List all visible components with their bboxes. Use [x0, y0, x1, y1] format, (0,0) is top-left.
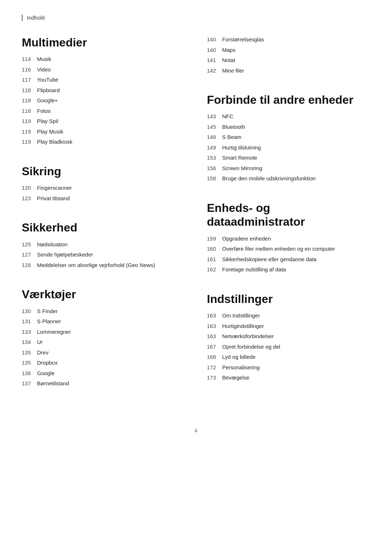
- toc-label: Meddelelser om alvorlige vejrforhold (Ge…: [37, 261, 185, 270]
- list-item: 153 Smart Remote: [207, 154, 370, 162]
- toc-label: Fingerscanner: [37, 184, 185, 192]
- list-item: 119 Play Spil: [22, 117, 185, 126]
- toc-number: 153: [207, 154, 222, 162]
- list-item: 159 Opgradere enheden: [207, 235, 370, 243]
- list-item: 142 Mine filer: [207, 67, 370, 75]
- list-item: 135 Drev: [22, 349, 185, 357]
- toc-number: 148: [207, 133, 222, 141]
- page-header: Indhold: [22, 15, 370, 21]
- toc-label: Privat tilstand: [37, 194, 185, 203]
- toc-label: Ur: [37, 338, 185, 346]
- list-item: 125 Nødsituation: [22, 241, 185, 249]
- toc-label: Hurtig tilslutning: [222, 144, 370, 152]
- toc-label: Dropbox: [37, 359, 185, 367]
- toc-number: 142: [207, 67, 222, 75]
- toc-label: Screen Mirroring: [222, 164, 370, 173]
- list-item: 133 Lommeregner: [22, 328, 185, 336]
- toc-number: 119: [22, 138, 37, 146]
- list-item: 162 Foretage nulstilling af data: [207, 266, 370, 274]
- toc-number: 114: [22, 55, 37, 63]
- list-item: 149 Hurtig tilslutning: [207, 144, 370, 152]
- toc-number: 173: [207, 374, 222, 382]
- toc-label: Opret forbindelse og del: [222, 343, 370, 351]
- toc-number: 159: [207, 235, 222, 243]
- toc-label: Fotos: [37, 107, 185, 115]
- list-item: 117 YouTube: [22, 76, 185, 84]
- list-item: 136 Google: [22, 369, 185, 378]
- list-item: 140 Maps: [207, 46, 370, 54]
- list-item: 163 Netværksforbindelser: [207, 332, 370, 341]
- toc-list-indstillinger: 163 Om Indstillinger 163 Hurtigindstilli…: [207, 312, 370, 382]
- toc-number: 136: [22, 369, 37, 378]
- toc-label: Flipboard: [37, 86, 185, 95]
- toc-number: 158: [207, 175, 222, 183]
- list-item: 140 Forstørrelsesglas: [207, 36, 370, 44]
- toc-label: Lommeregner: [37, 328, 185, 336]
- toc-label: Bevægelse: [222, 374, 370, 382]
- list-item: 120 Fingerscanner: [22, 184, 185, 192]
- toc-label: Personalisering: [222, 364, 370, 372]
- list-item: 161 Sikkerhedskopiere eller gendanne dat…: [207, 255, 370, 264]
- toc-label: S Beam: [222, 133, 370, 141]
- toc-list-multimedier: 114 Musik 116 Video 117 YouTube 118 Flip…: [22, 55, 185, 146]
- toc-label: Mine filer: [222, 67, 370, 75]
- toc-number: 161: [207, 255, 222, 264]
- toc-label: Sikkerhedskopiere eller gendanne data: [222, 255, 370, 264]
- toc-list-vaerktojer: 130 S Finder 131 S Planner 133 Lommeregn…: [22, 307, 185, 388]
- list-item: 118 Flipboard: [22, 86, 185, 95]
- list-item: 116 Video: [22, 66, 185, 74]
- toc-number: 118: [22, 86, 37, 95]
- toc-label: NFC: [222, 112, 370, 121]
- list-item: 123 Privat tilstand: [22, 194, 185, 203]
- toc-number: 128: [22, 261, 37, 270]
- toc-number: 123: [22, 194, 37, 203]
- section-misc-tools: 140 Forstørrelsesglas 140 Maps 141 Notat…: [207, 36, 370, 75]
- toc-label: S Planner: [37, 317, 185, 326]
- list-item: 172 Personalisering: [207, 364, 370, 372]
- content-wrapper: Multimedier 114 Musik 116 Video 117 YouT…: [22, 36, 370, 406]
- toc-number: 143: [207, 112, 222, 121]
- toc-number: 118: [22, 107, 37, 115]
- toc-label: Nødsituation: [37, 241, 185, 249]
- toc-label: Maps: [222, 46, 370, 54]
- section-title-enheds: Enheds- og dataadministrator: [207, 201, 370, 229]
- toc-label: Bluetooth: [222, 123, 370, 131]
- toc-number: 135: [22, 359, 37, 367]
- toc-number: 127: [22, 251, 37, 259]
- toc-list-sikring: 120 Fingerscanner 123 Privat tilstand: [22, 184, 185, 202]
- toc-list-sikkerhed: 125 Nødsituation 127 Sende hjælpebeskede…: [22, 241, 185, 270]
- toc-label: Om Indstillinger: [222, 312, 370, 320]
- toc-label: Sende hjælpebeskeder: [37, 251, 185, 259]
- toc-label: Overføre filer mellem enheden og en comp…: [222, 245, 370, 253]
- section-title-multimedier: Multimedier: [22, 36, 185, 49]
- toc-number: 163: [207, 312, 222, 320]
- toc-number: 120: [22, 184, 37, 192]
- header-label: Indhold: [27, 15, 45, 21]
- toc-number: 116: [22, 66, 37, 74]
- toc-label: Smart Remote: [222, 154, 370, 162]
- toc-label: Drev: [37, 349, 185, 357]
- list-item: 137 Børnetilstand: [22, 379, 185, 388]
- list-item: 148 S Beam: [207, 133, 370, 141]
- toc-number: 163: [207, 332, 222, 341]
- toc-label: Forstørrelsesglas: [222, 36, 370, 44]
- list-item: 167 Opret forbindelse og del: [207, 343, 370, 351]
- list-item: 143 NFC: [207, 112, 370, 121]
- toc-number: 117: [22, 76, 37, 84]
- toc-number: 130: [22, 307, 37, 316]
- toc-label: Lyd og billede: [222, 353, 370, 361]
- list-item: 163 Om Indstillinger: [207, 312, 370, 320]
- toc-number: 119: [22, 117, 37, 126]
- list-item: 118 Fotos: [22, 107, 185, 115]
- toc-label: Notat: [222, 56, 370, 65]
- toc-number: 172: [207, 364, 222, 372]
- toc-number: 167: [207, 343, 222, 351]
- toc-label: Play Spil: [37, 117, 185, 126]
- list-item: 114 Musik: [22, 55, 185, 63]
- toc-label: Google: [37, 369, 185, 378]
- section-vaerktojer: Værktøjer 130 S Finder 131 S Planner 133…: [22, 287, 185, 387]
- section-title-sikring: Sikring: [22, 164, 185, 178]
- toc-number: 162: [207, 266, 222, 274]
- list-item: 173 Bevægelse: [207, 374, 370, 382]
- toc-number: 137: [22, 379, 37, 388]
